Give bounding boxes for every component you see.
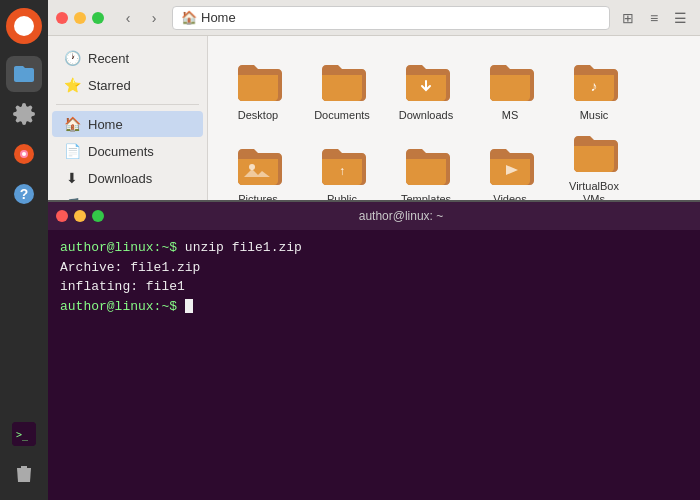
terminal-minimize-button[interactable] [74,210,86,222]
dock-icon-files[interactable] [6,56,42,92]
ms-folder-icon [486,59,534,107]
terminal-window: author@linux: ~ author@linux:~$ unzip fi… [48,200,700,500]
sidebar-item-home[interactable]: 🏠 Home [52,111,203,137]
menu-button[interactable]: ☰ [668,6,692,30]
starred-icon: ⭐ [64,77,80,93]
terminal-output-2: inflating: file1 [60,279,185,294]
file-item-downloads[interactable]: Downloads [386,46,466,126]
terminal-cursor [185,299,193,313]
terminal-maximize-button[interactable] [92,210,104,222]
view-options-button[interactable]: ⊞ [616,6,640,30]
svg-text:♪: ♪ [591,78,598,94]
file-item-desktop[interactable]: Desktop [218,46,298,126]
file-item-templates[interactable]: Templates [386,130,466,210]
virtualbox-folder-icon [570,130,618,178]
dock-icon-help[interactable]: ? [6,176,42,212]
public-folder-icon: ↑ [318,143,366,191]
music-label: Music [580,109,609,122]
terminal-prompt-1: author@linux:~$ [60,240,185,255]
sidebar-item-recent[interactable]: 🕐 Recent [52,45,203,71]
file-item-documents[interactable]: Documents [302,46,382,126]
terminal-cmd-1: unzip file1.zip [185,240,302,255]
file-item-music[interactable]: ♪ Music [554,46,634,126]
dock-icon-trash[interactable] [6,456,42,492]
desktop-label: Desktop [238,109,278,122]
view-toggle-button[interactable]: ≡ [642,6,666,30]
music-folder-icon: ♪ [570,59,618,107]
file-item-ms[interactable]: MS [470,46,550,126]
file-manager: ‹ › 🏠 Home ⊞ ≡ ☰ 🕐 Recent ⭐ Starred [48,0,700,500]
file-item-videos[interactable]: Videos [470,130,550,210]
path-bar[interactable]: 🏠 Home [172,6,610,30]
downloads-folder-icon [402,59,450,107]
svg-text:↑: ↑ [339,164,345,178]
dock-icon-music[interactable] [6,136,42,172]
terminal-titlebar: author@linux: ~ [48,202,700,230]
dock-icon-ubuntu[interactable] [6,8,42,44]
downloads-icon: ⬇ [64,170,80,186]
sidebar-item-downloads[interactable]: ⬇ Downloads [52,165,203,191]
sidebar-label-recent: Recent [88,51,129,66]
file-item-pictures[interactable]: Pictures [218,130,298,210]
documents-folder-icon [318,59,366,107]
path-text: Home [201,10,236,25]
terminal-line-2: Archive: file1.zip [60,258,688,278]
downloads-label: Downloads [399,109,453,122]
home-icon: 🏠 [64,116,80,132]
sidebar-label-starred: Starred [88,78,131,93]
file-item-virtualbox[interactable]: VirtualBox VMs [554,130,634,210]
nav-buttons: ‹ › [116,6,166,30]
svg-point-4 [22,152,26,156]
terminal-line-4: author@linux:~$ [60,297,688,317]
dock-icon-terminal[interactable]: >_ [6,416,42,452]
terminal-title: author@linux: ~ [110,209,692,223]
back-button[interactable]: ‹ [116,6,140,30]
dock-icon-settings[interactable] [6,96,42,132]
dock: ? >_ [0,0,48,500]
svg-text:?: ? [20,186,29,202]
desktop-folder-icon [234,59,282,107]
terminal-body[interactable]: author@linux:~$ unzip file1.zip Archive:… [48,230,700,500]
sidebar-label-home: Home [88,117,123,132]
terminal-close-button[interactable] [56,210,68,222]
terminal-output-1: Archive: file1.zip [60,260,200,275]
sidebar-item-starred[interactable]: ⭐ Starred [52,72,203,98]
titlebar-actions: ⊞ ≡ ☰ [616,6,692,30]
sidebar-label-documents: Documents [88,144,154,159]
terminal-line-3: inflating: file1 [60,277,688,297]
recent-icon: 🕐 [64,50,80,66]
minimize-button[interactable] [74,12,86,24]
titlebar: ‹ › 🏠 Home ⊞ ≡ ☰ [48,0,700,36]
terminal-line-1: author@linux:~$ unzip file1.zip [60,238,688,258]
forward-button[interactable]: › [142,6,166,30]
svg-point-0 [14,16,34,36]
documents-icon: 📄 [64,143,80,159]
sidebar-item-documents[interactable]: 📄 Documents [52,138,203,164]
file-item-public[interactable]: ↑ Public [302,130,382,210]
svg-text:>_: >_ [16,429,29,441]
sidebar-divider-1 [56,104,199,105]
terminal-prompt-2: author@linux:~$ [60,299,185,314]
pictures-folder-icon [234,143,282,191]
close-button[interactable] [56,12,68,24]
sidebar-label-downloads: Downloads [88,171,152,186]
ms-label: MS [502,109,519,122]
path-icon: 🏠 [181,10,197,25]
templates-folder-icon [402,143,450,191]
maximize-button[interactable] [92,12,104,24]
documents-label: Documents [314,109,370,122]
videos-folder-icon [486,143,534,191]
